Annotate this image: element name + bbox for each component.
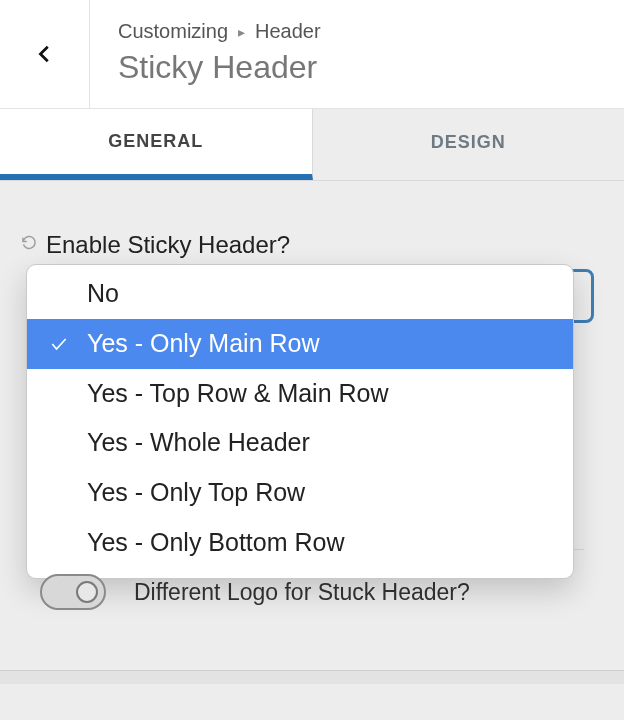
different-logo-toggle[interactable] — [40, 574, 106, 610]
option-no[interactable]: No — [27, 269, 573, 319]
option-whole-header[interactable]: Yes - Whole Header — [27, 418, 573, 468]
page-title: Sticky Header — [118, 49, 596, 86]
option-label: No — [87, 279, 119, 307]
enable-sticky-label: Enable Sticky Header? — [46, 231, 290, 259]
option-only-top-row[interactable]: Yes - Only Top Row — [27, 468, 573, 518]
breadcrumb-root: Customizing — [118, 20, 228, 43]
option-label: Yes - Only Top Row — [87, 478, 305, 506]
option-only-main-row[interactable]: Yes - Only Main Row — [27, 319, 573, 369]
different-logo-label: Different Logo for Stuck Header? — [134, 579, 470, 606]
header-titles: Customizing ▸ Header Sticky Header — [90, 0, 624, 108]
enable-sticky-dropdown[interactable]: No Yes - Only Main Row Yes - Top Row & M… — [26, 264, 574, 579]
option-top-and-main[interactable]: Yes - Top Row & Main Row — [27, 369, 573, 419]
option-label: Yes - Only Bottom Row — [87, 528, 345, 556]
back-button[interactable] — [0, 0, 90, 108]
option-label: Yes - Whole Header — [87, 428, 310, 456]
reset-icon[interactable] — [20, 234, 38, 256]
option-only-bottom-row[interactable]: Yes - Only Bottom Row — [27, 518, 573, 568]
breadcrumb-section: Header — [255, 20, 321, 43]
tab-general[interactable]: GENERAL — [0, 109, 313, 180]
breadcrumb-separator-icon: ▸ — [238, 24, 245, 40]
footer-strip — [0, 670, 624, 684]
toggle-knob-icon — [76, 581, 98, 603]
tab-design[interactable]: DESIGN — [313, 109, 625, 180]
option-label: Yes - Only Main Row — [87, 329, 320, 357]
breadcrumb: Customizing ▸ Header — [118, 20, 596, 43]
option-label: Yes - Top Row & Main Row — [87, 379, 389, 407]
check-icon — [49, 329, 69, 363]
